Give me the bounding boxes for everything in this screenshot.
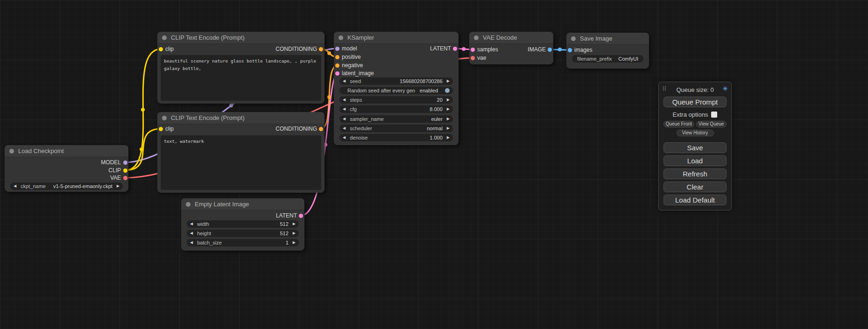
toggle-enabled-dot[interactable] [445,88,450,93]
images-input-dot-circle[interactable] [568,48,572,52]
model-output-dot[interactable] [123,161,127,165]
image-output-dot[interactable] [548,48,552,52]
latent-image-input-dot[interactable] [335,71,339,76]
view-history-button[interactable]: View History [677,130,714,136]
cfg-widget[interactable]: ◀ cfg 8.000 ▶ [339,105,453,113]
decrement-arrow-icon[interactable]: ◀ [190,230,193,237]
vae-output-dot[interactable] [123,176,127,180]
increment-arrow-icon[interactable]: ▶ [293,239,296,246]
vae-output-dot-circle[interactable] [123,176,127,180]
load-default-button[interactable]: Load Default [663,195,727,205]
increment-arrow-icon[interactable]: ▶ [447,105,450,113]
ckpt-name-widget[interactable]: ◀ ckpt_name v1-5-pruned-emaonly.ckpt ▶ [10,182,123,190]
node-title-bar[interactable]: Save Image [566,33,649,45]
node-collapse-dot[interactable] [162,116,167,120]
decrement-arrow-icon[interactable]: ◀ [343,105,346,113]
decrement-arrow-icon[interactable]: ◀ [190,239,193,246]
node-collapse-dot[interactable] [9,149,14,154]
negative-input-dot[interactable] [335,63,339,68]
negative-input-dot-circle[interactable] [335,63,339,68]
node-save-image[interactable]: Save Image images filename_prefix ComfyU… [566,33,649,69]
node-empty-latent-image[interactable]: Empty Latent Image LATENT ◀ width 512 ▶ … [181,198,304,251]
save-button[interactable]: Save [663,142,727,153]
image-output-dot-circle[interactable] [548,48,552,52]
vae-input-dot[interactable] [471,56,475,60]
latent-output-dot-circle[interactable] [299,214,303,218]
node-title-bar[interactable]: KSampler [334,32,459,44]
latent-output-dot[interactable] [299,214,303,218]
increment-arrow-icon[interactable]: ▶ [117,182,120,190]
conditioning-output-dot[interactable] [319,127,323,131]
negative-prompt-textarea[interactable]: text, watermark [161,135,321,190]
node-ksampler[interactable]: KSampler model positive negative latent_… [334,32,459,145]
images-input-dot[interactable] [568,48,572,52]
decrement-arrow-icon[interactable]: ◀ [190,220,193,228]
latent-image-input-dot-circle[interactable] [335,71,339,76]
decrement-arrow-icon[interactable]: ◀ [343,134,346,141]
increment-arrow-icon[interactable]: ▶ [447,96,450,104]
decrement-arrow-icon[interactable]: ◀ [343,115,346,123]
node-title-bar[interactable]: CLIP Text Encode (Prompt) [157,32,325,44]
drag-handle-icon[interactable]: ⠿ [662,85,667,92]
positive-input-dot-circle[interactable] [335,55,339,59]
clip-output-dot[interactable] [123,168,127,173]
positive-input-dot[interactable] [335,55,339,59]
extra-options-checkbox[interactable] [711,112,717,118]
increment-arrow-icon[interactable]: ▶ [447,77,450,85]
node-title-bar[interactable]: VAE Decode [469,32,553,44]
toggle-enabled-dot-circle[interactable] [445,88,450,93]
latent-output-dot[interactable] [453,47,457,51]
clip-output-dot-circle[interactable] [123,168,127,173]
conditioning-output-dot-circle[interactable] [319,127,323,131]
decrement-arrow-icon[interactable]: ◀ [14,182,16,190]
node-clip-text-encode-positive[interactable]: CLIP Text Encode (Prompt) clip CONDITION… [157,32,325,104]
steps-widget[interactable]: ◀ steps 20 ▶ [339,96,453,104]
model-output-dot-circle[interactable] [123,161,127,165]
node-collapse-dot[interactable] [474,35,479,40]
conditioning-output-dot-circle[interactable] [319,47,323,51]
node-title-bar[interactable]: CLIP Text Encode (Prompt) [157,112,325,124]
node-title-bar[interactable]: Load Checkpoint [5,145,128,157]
positive-prompt-textarea[interactable]: beautiful scenery nature glass bottle la… [161,55,321,101]
increment-arrow-icon[interactable]: ▶ [447,125,450,132]
samples-input-dot[interactable] [471,48,475,52]
node-vae-decode[interactable]: VAE Decode samples vae IMAGE [469,32,553,64]
model-input-dot-circle[interactable] [335,47,339,51]
denoise-widget[interactable]: ◀ denoise 1.000 ▶ [339,134,453,141]
settings-gear-icon[interactable]: ✳ [722,85,728,92]
random-seed-toggle-widget[interactable]: Random seed after every gen enabled [339,87,453,94]
batch-size-widget[interactable]: ◀ batch_size 1 ▶ [187,239,299,246]
sampler-name-widget[interactable]: ◀ sampler_name euler ▶ [339,115,453,123]
view-queue-button[interactable]: View Queue [696,121,727,127]
seed-widget[interactable]: ◀ seed 156680208700286 ▶ [339,77,453,85]
filename-prefix-widget[interactable]: filename_prefix ComfyUI [572,55,643,63]
model-input-dot[interactable] [335,47,339,51]
width-widget[interactable]: ◀ width 512 ▶ [187,220,299,228]
increment-arrow-icon[interactable]: ▶ [293,230,296,237]
conditioning-output-dot[interactable] [319,47,323,51]
scheduler-widget[interactable]: ◀ scheduler normal ▶ [339,125,453,132]
node-clip-text-encode-negative[interactable]: CLIP Text Encode (Prompt) clip CONDITION… [157,112,325,193]
clear-button[interactable]: Clear [663,182,727,192]
increment-arrow-icon[interactable]: ▶ [293,220,296,228]
node-collapse-dot[interactable] [339,35,343,40]
samples-input-dot-circle[interactable] [471,48,475,52]
height-widget[interactable]: ◀ height 512 ▶ [187,230,299,237]
node-collapse-dot[interactable] [571,36,576,41]
decrement-arrow-icon[interactable]: ◀ [343,77,346,85]
clip-input-dot-circle[interactable] [159,47,163,51]
queue-front-button[interactable]: Queue Front [663,121,694,127]
refresh-button[interactable]: Refresh [663,168,727,179]
clip-input-dot[interactable] [159,47,163,51]
queue-panel[interactable]: ⠿ Queue size: 0 ✳ Queue Prompt Extra opt… [658,82,732,210]
node-load-checkpoint[interactable]: Load Checkpoint MODEL CLIP VAE ◀ ckpt_na… [5,145,128,192]
latent-output-dot-circle[interactable] [453,47,457,51]
node-collapse-dot[interactable] [186,202,191,207]
node-collapse-dot[interactable] [162,35,167,40]
clip-input-dot-circle[interactable] [159,127,163,131]
decrement-arrow-icon[interactable]: ◀ [343,96,346,104]
clip-input-dot[interactable] [159,127,163,131]
node-title-bar[interactable]: Empty Latent Image [181,198,304,210]
load-button[interactable]: Load [663,155,727,166]
queue-prompt-button[interactable]: Queue Prompt [663,97,727,107]
